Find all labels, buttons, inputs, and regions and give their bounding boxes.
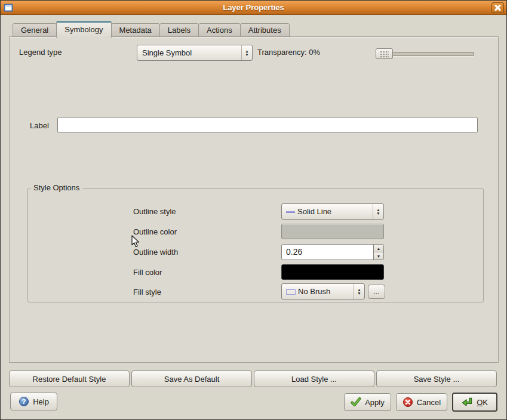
- tab-general[interactable]: General: [13, 23, 57, 37]
- save-as-default-button[interactable]: Save As Default: [131, 370, 252, 387]
- fill-color-button[interactable]: [281, 264, 384, 280]
- style-options-title: Style Options: [30, 183, 82, 192]
- spin-buttons: ▲ ▼: [373, 245, 383, 260]
- red-cross-icon: [402, 397, 413, 407]
- style-options-group: Style Options Outline style Solid Line ▲…: [27, 188, 484, 302]
- ok-button[interactable]: OK: [452, 393, 497, 412]
- symbology-tab-panel: Legend type Single Symbol ▲ ▼ Transparen…: [9, 36, 499, 363]
- checkmark-icon: [351, 397, 361, 407]
- legend-type-combobox[interactable]: Single Symbol ▲ ▼: [137, 45, 253, 61]
- ok-label: OK: [477, 398, 488, 407]
- tab-bar: General Symbology Metadata Labels Action…: [13, 20, 289, 37]
- grip-dots-icon: [380, 51, 389, 57]
- cancel-button[interactable]: Cancel: [396, 393, 447, 411]
- tab-symbology[interactable]: Symbology: [56, 21, 111, 38]
- outline-width-label: Outline width: [133, 248, 178, 257]
- window-title: Layer Properties: [1, 3, 506, 12]
- apply-label: Apply: [365, 398, 385, 407]
- legend-type-label: Legend type: [19, 48, 62, 57]
- close-button[interactable]: [491, 2, 504, 13]
- outline-style-value: Solid Line: [282, 207, 373, 216]
- layer-properties-dialog: Layer Properties General Symbology Metad…: [0, 0, 507, 420]
- help-button[interactable]: ? Help: [10, 393, 57, 410]
- close-icon: [494, 4, 502, 11]
- titlebar[interactable]: Layer Properties: [1, 1, 506, 15]
- transparency-slider[interactable]: [376, 48, 474, 59]
- apply-button[interactable]: Apply: [344, 393, 391, 411]
- footer-action-buttons: Apply Cancel OK: [344, 393, 497, 412]
- legend-type-value: Single Symbol: [137, 48, 241, 57]
- question-mark-icon: ?: [19, 396, 29, 407]
- fill-color-label: Fill color: [133, 268, 162, 277]
- combo-spinner-icon: ▲ ▼: [354, 284, 364, 299]
- fill-style-label: Fill style: [133, 288, 161, 297]
- enter-arrow-icon: [462, 397, 473, 408]
- transparency-label: Transparency: 0%: [257, 48, 320, 57]
- restore-default-style-button[interactable]: Restore Default Style: [9, 370, 130, 387]
- tab-labels[interactable]: Labels: [159, 23, 199, 37]
- outline-color-button[interactable]: [281, 224, 384, 239]
- fill-style-more-button[interactable]: ...: [368, 285, 385, 299]
- tab-actions[interactable]: Actions: [198, 23, 241, 37]
- outline-width-spinbox[interactable]: 0.26 ▲ ▼: [281, 244, 384, 260]
- cancel-label: Cancel: [417, 398, 441, 407]
- combo-spinner-icon: ▲ ▼: [241, 45, 252, 60]
- spin-up-button[interactable]: ▲: [374, 245, 383, 252]
- tab-attributes[interactable]: Attributes: [240, 23, 290, 37]
- outline-width-value[interactable]: 0.26: [282, 245, 373, 260]
- outline-style-combobox[interactable]: Solid Line ▲ ▼: [281, 203, 384, 220]
- spin-down-button[interactable]: ▼: [374, 252, 383, 260]
- arrow-down-icon: ▼: [357, 292, 361, 295]
- help-label: Help: [33, 397, 49, 406]
- label-field-label: Label: [30, 121, 49, 130]
- arrow-down-icon: ▼: [245, 53, 248, 57]
- fill-style-combobox[interactable]: No Brush ▲ ▼: [281, 283, 365, 299]
- load-style-button[interactable]: Load Style ...: [254, 370, 374, 387]
- tab-metadata[interactable]: Metadata: [111, 23, 160, 37]
- outline-style-label: Outline style: [133, 207, 176, 216]
- solid-line-icon: [286, 211, 295, 213]
- label-input[interactable]: [57, 117, 478, 133]
- combo-spinner-icon: ▲ ▼: [373, 204, 383, 219]
- rect-outline-icon: [286, 289, 296, 295]
- outline-color-label: Outline color: [133, 227, 177, 236]
- save-style-button[interactable]: Save Style ...: [376, 370, 497, 387]
- slider-handle[interactable]: [376, 48, 393, 59]
- style-buttons-row: Restore Default Style Save As Default Lo…: [9, 370, 497, 387]
- svg-text:?: ?: [22, 398, 26, 405]
- arrow-down-icon: ▼: [376, 212, 380, 215]
